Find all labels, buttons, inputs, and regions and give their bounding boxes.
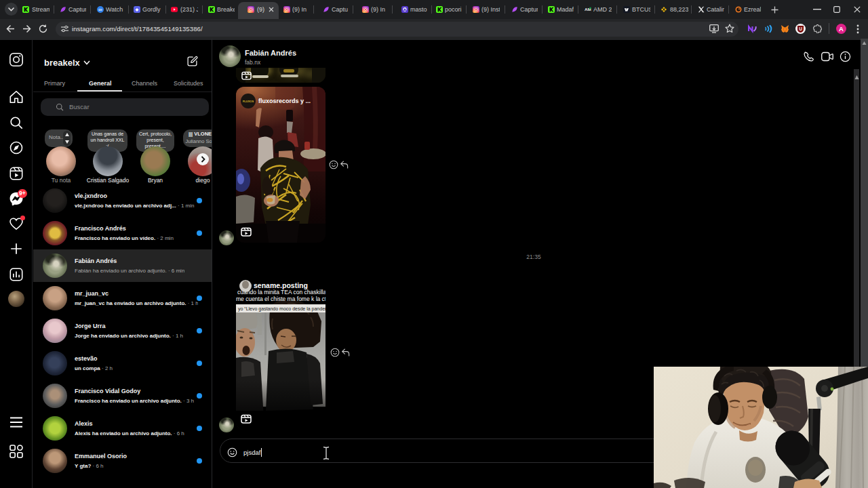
- svg-text:co: co: [98, 8, 102, 12]
- svg-text:sename.posting: sename.posting: [254, 281, 308, 289]
- svg-text:yo “Llevo gastando moco desde: yo “Llevo gastando moco desde la pandemi…: [238, 306, 326, 312]
- svg-text:FLUXOS: FLUXOS: [243, 99, 254, 102]
- svg-text:cuando la minita TEA con chask: cuando la minita TEA con chaskilla: [237, 289, 326, 296]
- svg-text:me cuenta el chiste ma fome k: me cuenta el chiste ma fome k la ctm: [236, 296, 326, 302]
- svg-text:U: U: [799, 26, 802, 30]
- svg-text:fluxosrecords y ...: fluxosrecords y ...: [258, 98, 311, 104]
